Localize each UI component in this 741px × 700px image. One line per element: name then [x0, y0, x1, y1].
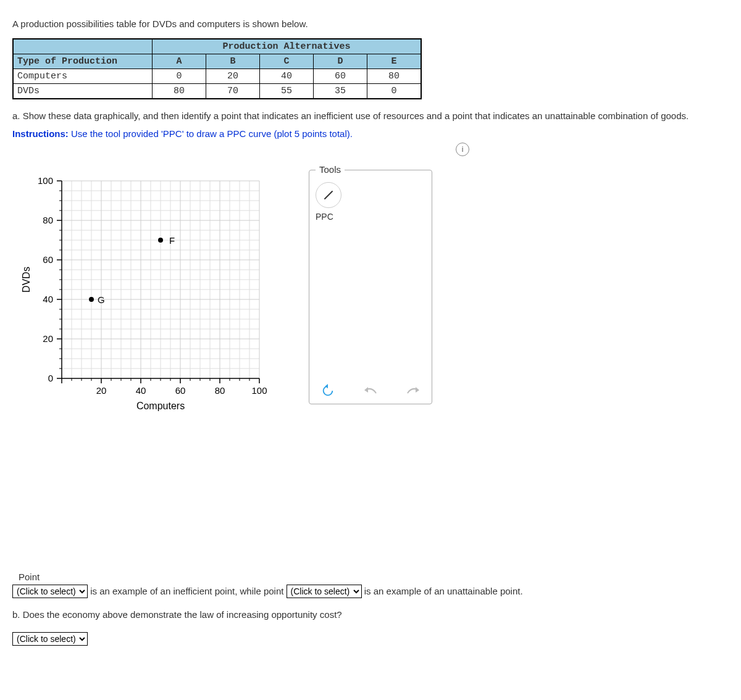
line-tool-icon [322, 189, 335, 201]
instructions-line: Instructions: Use the tool provided 'PPC… [12, 128, 729, 139]
table-cell: 80 [367, 69, 422, 84]
info-icon[interactable]: i [456, 143, 469, 156]
col-header: D [314, 54, 367, 69]
y-tick-label: 0 [48, 373, 53, 383]
undo-button[interactable] [362, 384, 379, 398]
svg-line-84 [325, 191, 332, 199]
table-cell: 70 [206, 84, 260, 99]
table-cell: 20 [206, 69, 260, 84]
production-table: Production Alternatives Type of Producti… [12, 38, 422, 99]
table-cell: 55 [260, 84, 314, 99]
y-tick-label: 40 [43, 294, 53, 304]
tools-title: Tools [316, 164, 345, 175]
sentence-end: is an example of an unattainable point. [362, 586, 523, 596]
svg-marker-87 [416, 387, 419, 393]
x-axis-label: Computers [136, 401, 185, 411]
col-header: C [260, 54, 314, 69]
x-tick-label: 80 [215, 385, 225, 396]
table-cell: 40 [260, 69, 314, 84]
part-b-select[interactable]: (Click to select) [12, 632, 88, 646]
col-header: B [206, 54, 260, 69]
table-row: DVDs 80 70 55 35 0 [13, 84, 421, 99]
reset-button[interactable] [319, 384, 337, 398]
table-cell: 35 [314, 84, 367, 99]
y-tick-label: 20 [43, 333, 53, 344]
table-row: Computers 0 20 40 60 80 [13, 69, 421, 84]
x-tick-label: 100 [251, 385, 267, 396]
y-tick-label: 100 [38, 175, 53, 186]
answer-section: Point (Click to select) is an example of… [12, 572, 729, 598]
instructions-label: Instructions: [12, 128, 69, 139]
ppc-tool-label: PPC [316, 212, 425, 222]
row-label: DVDs [13, 84, 153, 99]
sentence-mid: is an example of an inefficient point, w… [88, 586, 287, 596]
row-label: Computers [13, 69, 153, 84]
part-b-text: b. Does the economy above demonstrate th… [12, 609, 729, 620]
x-tick-label: 20 [96, 385, 107, 396]
reset-icon [321, 384, 335, 398]
table-cell: 80 [153, 84, 206, 99]
y-axis-label: DVDs [21, 267, 31, 293]
svg-marker-86 [364, 387, 368, 393]
blank-corner-cell [13, 39, 153, 54]
unattainable-point-select[interactable]: (Click to select) [287, 585, 362, 598]
tools-panel: Tools PPC [309, 170, 432, 404]
chart-point-g-label: G [98, 294, 105, 305]
table-cell: 60 [314, 69, 367, 84]
ppc-tool-button[interactable] [316, 182, 341, 208]
chart-point-f-label: F [169, 235, 175, 246]
intro-text: A production possibilities table for DVD… [12, 19, 445, 29]
row-header-title: Type of Production [13, 54, 153, 69]
inefficient-point-select[interactable]: (Click to select) [12, 585, 88, 598]
instructions-text: Use the tool provided 'PPC' to draw a PP… [69, 128, 353, 139]
x-tick-label: 60 [175, 385, 186, 396]
undo-icon [362, 385, 379, 397]
svg-marker-85 [325, 384, 328, 388]
y-tick-label: 80 [43, 215, 53, 225]
part-a-text: a. Show these data graphically, and then… [12, 110, 722, 121]
x-tick-label: 40 [136, 385, 146, 396]
table-cell: 0 [367, 84, 422, 99]
redo-icon [405, 385, 421, 397]
chart-point-g[interactable] [89, 297, 94, 302]
point-label: Point [12, 572, 729, 582]
table-group-header: Production Alternatives [153, 39, 422, 54]
col-header: A [153, 54, 206, 69]
y-tick-label: 60 [43, 254, 53, 265]
ppc-chart[interactable]: 100 80 60 40 20 0 20 40 60 80 100 Comput… [19, 169, 290, 430]
col-header: E [367, 54, 422, 69]
chart-point-f[interactable] [158, 238, 163, 243]
table-cell: 0 [153, 69, 206, 84]
redo-button[interactable] [404, 384, 422, 398]
